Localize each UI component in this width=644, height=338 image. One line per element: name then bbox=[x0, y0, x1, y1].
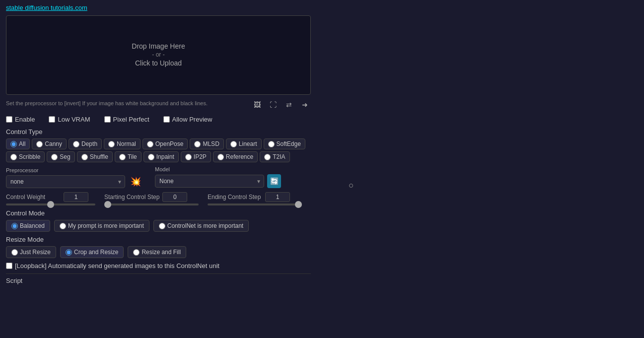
ctrl-lineart[interactable]: Lineart bbox=[226, 138, 262, 149]
starting-step-top: Starting Control Step bbox=[104, 192, 199, 202]
preprocessor-select[interactable]: none bbox=[6, 175, 125, 188]
ending-step-value[interactable] bbox=[265, 192, 290, 202]
control-weight-label: Control Weight bbox=[6, 194, 61, 201]
pixel-perfect-checkbox[interactable]: Pixel Perfect bbox=[104, 116, 149, 123]
pixel-perfect-input[interactable] bbox=[104, 116, 111, 123]
refresh-button[interactable]: 🔄 bbox=[267, 174, 281, 188]
arrow-icon[interactable]: ➜ bbox=[299, 99, 311, 111]
ctrl-seg[interactable]: Seg bbox=[47, 151, 74, 162]
preprocessor-select-wrap: none ▼ bbox=[6, 175, 125, 188]
preprocessor-group: Preprocessor none ▼ 💥 bbox=[6, 167, 143, 188]
expand-icon[interactable]: ⛶ bbox=[267, 99, 279, 111]
enable-label: Enable bbox=[15, 116, 35, 123]
preprocessor-model-row: Preprocessor none ▼ 💥 Model bbox=[6, 166, 311, 188]
ctrl-scribble[interactable]: Scribble bbox=[6, 151, 45, 162]
resize-mode-label: Resize Mode bbox=[6, 236, 311, 243]
swap-icon[interactable]: ⇄ bbox=[283, 99, 295, 111]
click-to-upload[interactable]: Click to Upload bbox=[135, 59, 182, 67]
ending-step-block: Ending Control Step bbox=[208, 192, 302, 205]
drop-zone[interactable]: Drop Image Here - or - Click to Upload bbox=[6, 15, 311, 95]
resize-crop[interactable]: Crop and Resize bbox=[60, 246, 124, 258]
control-weight-value[interactable] bbox=[64, 192, 88, 202]
control-type-row-2: Scribble Seg Shuffle Tile Inpaint IP2P R… bbox=[6, 151, 311, 162]
resize-just[interactable]: Just Resize bbox=[6, 246, 56, 258]
resize-mode-section: Resize Mode Just Resize Crop and Resize … bbox=[6, 236, 311, 258]
control-mode-row: Balanced My prompt is more important Con… bbox=[6, 220, 311, 232]
loopback-label: [Loopback] Automatically send generated … bbox=[15, 262, 219, 270]
low-vram-checkbox[interactable]: Low VRAM bbox=[49, 116, 90, 123]
mode-controlnet[interactable]: ControlNet is more important bbox=[153, 220, 249, 232]
preprocessor-label: Preprocessor bbox=[6, 167, 143, 173]
control-mode-label: Control Mode bbox=[6, 209, 311, 217]
star-button[interactable]: 💥 bbox=[130, 176, 141, 187]
starting-step-label: Starting Control Step bbox=[104, 194, 159, 201]
enable-input[interactable] bbox=[6, 116, 12, 123]
control-weight-slider[interactable] bbox=[6, 203, 95, 205]
control-weight-top: Control Weight bbox=[6, 192, 95, 202]
model-label: Model bbox=[155, 166, 281, 172]
pixel-perfect-label: Pixel Perfect bbox=[113, 116, 149, 123]
hint-text: Set the preprocessor to [invert] If your… bbox=[6, 100, 208, 106]
starting-step-value[interactable] bbox=[162, 192, 187, 202]
ctrl-inpaint[interactable]: Inpaint bbox=[143, 151, 179, 162]
starting-step-block: Starting Control Step bbox=[104, 192, 199, 205]
main-container: stable diffusion tutorials.com Drop Imag… bbox=[0, 0, 644, 338]
model-select[interactable]: None bbox=[155, 175, 264, 188]
ending-step-label: Ending Control Step bbox=[208, 194, 262, 201]
ctrl-t2ia[interactable]: T2IA bbox=[260, 151, 289, 162]
ctrl-shuffle[interactable]: Shuffle bbox=[77, 151, 113, 162]
right-panel bbox=[317, 0, 644, 338]
ctrl-all[interactable]: All bbox=[6, 138, 30, 149]
control-weight-block: Control Weight bbox=[6, 192, 95, 205]
model-group: Model None ▼ 🔄 bbox=[155, 166, 281, 188]
script-label: Script bbox=[6, 277, 311, 284]
enable-checkbox[interactable]: Enable bbox=[6, 116, 35, 123]
low-vram-label: Low VRAM bbox=[58, 116, 90, 123]
control-type-label: Control Type bbox=[6, 128, 311, 135]
resize-fill[interactable]: Resize and Fill bbox=[128, 246, 186, 258]
ctrl-reference[interactable]: Reference bbox=[213, 151, 258, 162]
site-title[interactable]: stable diffusion tutorials.com bbox=[6, 4, 311, 11]
mode-my-prompt[interactable]: My prompt is more important bbox=[54, 220, 149, 232]
low-vram-input[interactable] bbox=[49, 116, 55, 123]
divider bbox=[6, 273, 311, 274]
starting-step-slider[interactable] bbox=[104, 203, 199, 205]
image-icon[interactable]: 🖼 bbox=[251, 99, 263, 111]
ending-step-top: Ending Control Step bbox=[208, 192, 302, 202]
ctrl-normal[interactable]: Normal bbox=[104, 138, 141, 149]
model-select-wrap: None ▼ bbox=[155, 175, 264, 188]
cursor-indicator bbox=[349, 184, 355, 190]
drop-zone-text: Drop Image Here bbox=[132, 42, 185, 50]
control-type-row-1: All Canny Depth Normal OpenPose MLSD Lin… bbox=[6, 138, 311, 149]
ctrl-softedge[interactable]: SoftEdge bbox=[264, 138, 305, 149]
drop-zone-or: - or - bbox=[152, 51, 164, 58]
ctrl-depth[interactable]: Depth bbox=[69, 138, 102, 149]
checkboxes-row: Enable Low VRAM Pixel Perfect Allow Prev… bbox=[6, 116, 311, 123]
resize-mode-row: Just Resize Crop and Resize Resize and F… bbox=[6, 246, 311, 258]
ctrl-ip2p[interactable]: IP2P bbox=[181, 151, 211, 162]
hint-and-icons: Set the preprocessor to [invert] If your… bbox=[6, 99, 311, 111]
loopback-checkbox[interactable]: [Loopback] Automatically send generated … bbox=[6, 262, 311, 270]
allow-preview-checkbox[interactable]: Allow Preview bbox=[163, 116, 213, 123]
ctrl-mlsd[interactable]: MLSD bbox=[190, 138, 223, 149]
left-panel: stable diffusion tutorials.com Drop Imag… bbox=[0, 0, 317, 338]
ctrl-openpose[interactable]: OpenPose bbox=[143, 138, 188, 149]
allow-preview-label: Allow Preview bbox=[172, 116, 213, 123]
ending-step-slider[interactable] bbox=[208, 203, 302, 205]
loopback-input[interactable] bbox=[6, 263, 12, 269]
ctrl-canny[interactable]: Canny bbox=[32, 138, 67, 149]
sliders-row: Control Weight Starting Control Step End… bbox=[6, 192, 311, 205]
allow-preview-input[interactable] bbox=[163, 116, 170, 123]
mode-balanced[interactable]: Balanced bbox=[6, 220, 50, 232]
control-mode-section: Control Mode Balanced My prompt is more … bbox=[6, 209, 311, 232]
ctrl-tile[interactable]: Tile bbox=[115, 151, 142, 162]
